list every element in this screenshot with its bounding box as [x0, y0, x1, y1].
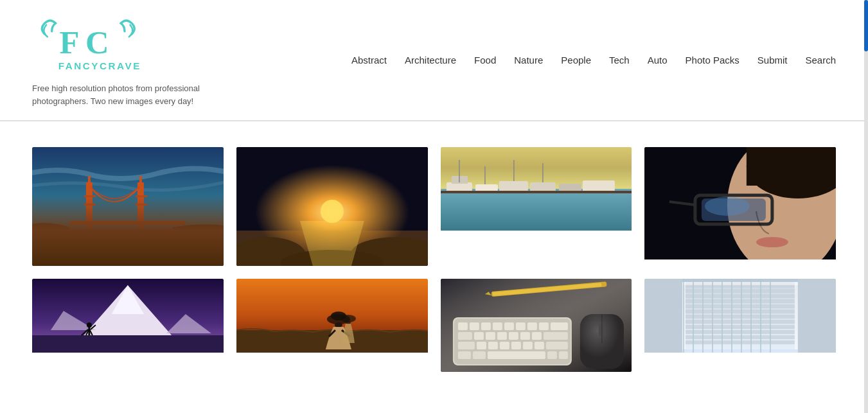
- svg-rect-22: [441, 189, 632, 231]
- photo-window: [644, 279, 836, 353]
- svg-rect-4: [32, 231, 224, 266]
- svg-text:F: F: [59, 24, 79, 60]
- svg-rect-121: [795, 282, 798, 349]
- svg-point-41: [705, 197, 750, 216]
- svg-rect-5: [86, 182, 93, 240]
- svg-rect-109: [686, 289, 795, 293]
- svg-rect-12: [136, 195, 147, 197]
- svg-rect-118: [686, 335, 795, 339]
- svg-rect-87: [531, 332, 541, 340]
- svg-rect-113: [686, 310, 795, 313]
- svg-rect-104: [598, 324, 603, 337]
- svg-rect-78: [527, 322, 536, 330]
- svg-rect-84: [497, 332, 506, 340]
- svg-point-43: [756, 237, 788, 247]
- svg-rect-74: [481, 322, 490, 330]
- svg-rect-88: [543, 332, 567, 340]
- header: F C FANCYCRAVE Free high resolution phot…: [0, 0, 868, 121]
- svg-rect-79: [538, 322, 548, 330]
- svg-rect-85: [508, 332, 518, 340]
- scrollbar[interactable]: [864, 0, 868, 398]
- svg-rect-38: [747, 147, 836, 186]
- svg-rect-110: [686, 294, 795, 298]
- svg-rect-124: [798, 279, 836, 353]
- nav-nature[interactable]: Nature: [514, 55, 543, 66]
- nav-people[interactable]: People: [561, 55, 591, 66]
- photo-item[interactable]: [32, 147, 224, 266]
- photo-field-girl: [236, 279, 428, 353]
- nav-submit[interactable]: Submit: [757, 55, 788, 66]
- svg-rect-6: [137, 182, 144, 240]
- nav-food[interactable]: Food: [474, 55, 496, 66]
- svg-rect-115: [686, 320, 795, 324]
- svg-rect-117: [686, 330, 795, 334]
- svg-rect-49: [32, 335, 224, 353]
- nav-search[interactable]: Search: [805, 55, 836, 66]
- svg-rect-75: [492, 322, 502, 330]
- svg-rect-120: [682, 282, 686, 349]
- svg-rect-72: [457, 322, 467, 330]
- nav-abstract[interactable]: Abstract: [351, 55, 387, 66]
- svg-rect-7: [70, 221, 186, 225]
- svg-rect-100: [547, 351, 556, 359]
- photo-item[interactable]: [644, 279, 836, 372]
- svg-rect-94: [522, 342, 532, 349]
- nav-auto[interactable]: Auto: [648, 55, 668, 66]
- svg-rect-97: [457, 351, 470, 359]
- svg-rect-76: [504, 322, 513, 330]
- logo-section: F C FANCYCRAVE Free high resolution phot…: [32, 13, 225, 107]
- nav-tech[interactable]: Tech: [609, 55, 630, 66]
- photo-golden-gate: [32, 147, 224, 266]
- photo-mountain: [32, 279, 224, 353]
- svg-rect-91: [488, 342, 497, 349]
- logo[interactable]: F C FANCYCRAVE: [32, 13, 161, 77]
- scrollbar-thumb[interactable]: [864, 0, 868, 51]
- svg-rect-8: [88, 176, 91, 189]
- photo-item[interactable]: [441, 147, 632, 266]
- svg-rect-123: [644, 279, 682, 353]
- photo-item[interactable]: [644, 147, 836, 266]
- svg-rect-89: [457, 342, 474, 349]
- photo-glasses: [644, 147, 836, 259]
- svg-text:FANCYCRAVE: FANCYCRAVE: [58, 60, 141, 71]
- svg-rect-73: [469, 322, 479, 330]
- photo-grid: [32, 147, 836, 372]
- main-content: [0, 121, 868, 398]
- tagline: Free high resolution photos from profess…: [32, 82, 225, 107]
- photo-keyboard: [441, 279, 632, 372]
- svg-rect-111: [686, 299, 795, 303]
- svg-point-51: [87, 322, 92, 328]
- svg-rect-122: [682, 282, 798, 285]
- nav-photo-packs[interactable]: Photo Packs: [686, 55, 740, 66]
- svg-rect-101: [558, 351, 567, 359]
- photo-item[interactable]: [32, 279, 224, 372]
- svg-rect-93: [511, 342, 520, 349]
- photo-item[interactable]: [441, 279, 632, 372]
- svg-rect-90: [476, 342, 486, 349]
- svg-rect-11: [84, 204, 96, 206]
- svg-rect-92: [499, 342, 509, 349]
- svg-rect-10: [84, 195, 96, 197]
- svg-rect-9: [139, 176, 142, 189]
- svg-text:C: C: [85, 24, 109, 60]
- svg-rect-3: [32, 147, 224, 266]
- photo-item[interactable]: [236, 147, 428, 266]
- svg-rect-27: [529, 182, 555, 192]
- svg-rect-119: [686, 340, 795, 344]
- svg-rect-83: [485, 332, 495, 340]
- svg-rect-112: [686, 304, 795, 308]
- svg-rect-34: [441, 191, 632, 193]
- photo-item[interactable]: [236, 279, 428, 372]
- nav-architecture[interactable]: Architecture: [405, 55, 456, 66]
- svg-rect-77: [515, 322, 525, 330]
- svg-rect-114: [686, 315, 795, 319]
- photo-sunset: [236, 147, 428, 266]
- svg-rect-23: [446, 182, 472, 192]
- svg-rect-82: [474, 332, 483, 340]
- svg-rect-99: [487, 351, 545, 359]
- svg-rect-116: [686, 325, 795, 329]
- svg-rect-80: [550, 322, 567, 330]
- svg-rect-13: [136, 204, 147, 206]
- svg-rect-98: [472, 351, 485, 359]
- svg-rect-86: [520, 332, 529, 340]
